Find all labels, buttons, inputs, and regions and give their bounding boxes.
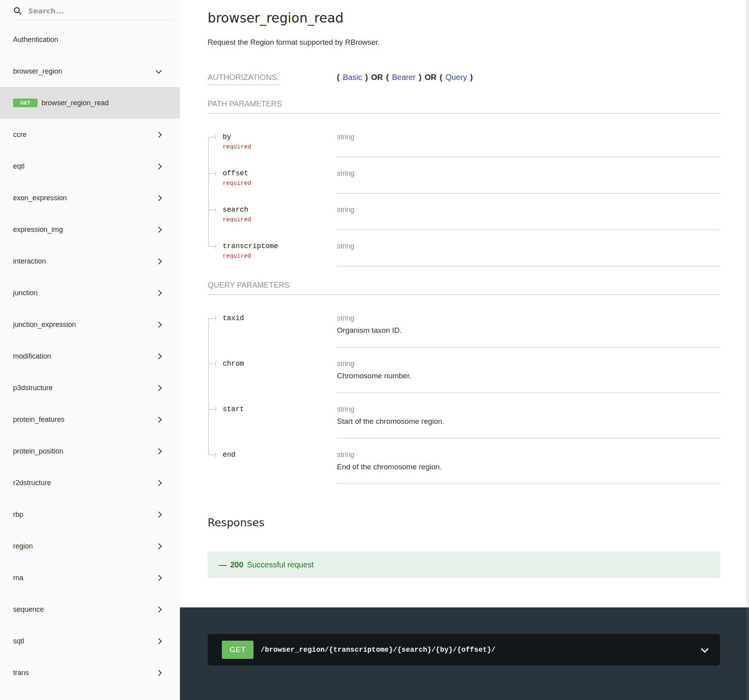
sidebar-item-protein-position[interactable]: protein_position — [0, 435, 180, 467]
sidebar-item-eqtl[interactable]: eqtl — [0, 150, 180, 182]
sidebar-item-sqtl[interactable]: sqtl — [0, 625, 180, 657]
sidebar-item-p3dstructure[interactable]: p3dstructure — [0, 372, 180, 404]
param-row-transcriptome: transcriptome required string — [208, 230, 720, 266]
chevron-right-icon — [156, 416, 162, 423]
operation-description: Request the Region format supported by R… — [208, 37, 720, 47]
search-input[interactable] — [28, 7, 159, 15]
sidebar-item-junction[interactable]: junction — [0, 277, 180, 309]
sidebar-item-modification[interactable]: modification — [0, 340, 180, 372]
sidebar-item-label: rna — [13, 574, 23, 582]
param-name: search — [223, 204, 337, 215]
response-dash: — — [219, 560, 227, 569]
get-method-badge: GET — [222, 641, 253, 659]
param-required-label: required — [223, 142, 337, 152]
sidebar-item-label: sequence — [13, 605, 44, 614]
responses-heading: Responses — [208, 516, 720, 529]
sidebar-item-label: region — [13, 542, 33, 550]
chevron-down-icon — [701, 645, 709, 653]
sidebar-item-browser-region-read[interactable]: GET browser_region_read — [0, 87, 180, 119]
param-type: string — [337, 168, 720, 179]
sidebar-item-r2dstructure[interactable]: r2dstructure — [0, 467, 180, 499]
param-type: string — [337, 404, 720, 415]
sidebar-item-label: sqtl — [13, 637, 24, 645]
param-type: string — [337, 241, 720, 252]
sidebar-item-label: protein_features — [13, 415, 64, 424]
tree-connector — [208, 347, 223, 393]
param-type: string — [337, 204, 720, 215]
sidebar-item-label: r2dstructure — [13, 479, 51, 487]
chevron-right-icon — [156, 543, 162, 549]
param-type: string — [337, 131, 720, 142]
param-name: taxid — [223, 313, 337, 324]
tree-connector — [208, 121, 223, 157]
param-row-by: by required string — [208, 121, 720, 157]
sidebar-item-region[interactable]: region — [0, 530, 180, 562]
param-description: Start of the chromosome region. — [337, 415, 720, 427]
sidebar-item-label: interaction — [13, 257, 46, 266]
chevron-right-icon — [156, 670, 162, 676]
sidebar-item-rbp[interactable]: rbp — [0, 499, 180, 530]
param-description: Chromosome number. — [337, 370, 720, 382]
response-200-row[interactable]: — 200 Successful request — [208, 552, 720, 578]
param-row-offset: offset required string — [208, 157, 720, 193]
tree-connector — [208, 393, 223, 438]
path-parameters-table: by required string offset required strin… — [208, 114, 720, 266]
search-box[interactable] — [13, 6, 174, 20]
main-panel: browser_region_read Request the Region f… — [180, 0, 749, 700]
chevron-right-icon — [156, 606, 162, 613]
param-name: chrom — [223, 358, 337, 369]
search-icon — [13, 6, 22, 15]
chevron-right-icon — [156, 353, 162, 359]
param-required-label: required — [223, 179, 337, 188]
chevron-right-icon — [156, 321, 162, 328]
sidebar-item-protein-features[interactable]: protein_features — [0, 404, 180, 435]
chevron-right-icon — [156, 638, 162, 644]
sidebar-item-rna[interactable]: rna — [0, 562, 180, 594]
authorizations-label: AUTHORIZATIONS: — [208, 73, 337, 85]
get-method-badge: GET — [13, 99, 38, 107]
page: Authentication browser_region GET browse… — [0, 0, 749, 700]
sidebar-item-label: junction — [13, 289, 38, 297]
sidebar-item-sequence[interactable]: sequence — [0, 594, 180, 625]
scrollbar[interactable] — [746, 0, 749, 607]
tree-connector — [208, 157, 223, 193]
chevron-right-icon — [156, 163, 162, 169]
sidebar-item-trans[interactable]: trans — [0, 657, 180, 689]
sidebar-item-browser-region[interactable]: browser_region — [0, 55, 180, 87]
chevron-right-icon — [156, 258, 162, 264]
param-description: End of the chromosome region. — [337, 461, 720, 473]
sidebar-item-junction-expression[interactable]: junction_expression — [0, 309, 180, 340]
sidebar-item-authentication[interactable]: Authentication — [0, 24, 180, 55]
scrollbar[interactable] — [746, 607, 749, 700]
sidebar-item-expression-img[interactable]: expression_img — [0, 214, 180, 245]
param-row-search: search required string — [208, 193, 720, 230]
chevron-right-icon — [156, 511, 162, 518]
sidebar-item-interaction[interactable]: interaction — [0, 245, 180, 277]
chevron-right-icon — [156, 480, 162, 486]
sidebar-item-label: browser_region_read — [42, 99, 109, 107]
chevron-right-icon — [156, 195, 162, 201]
param-type: string — [337, 449, 720, 460]
param-row-chrom: chrom string Chromosome number. — [208, 347, 720, 393]
sidebar-item-ccre[interactable]: ccre — [0, 119, 180, 150]
sidebar-item-exon-expression[interactable]: exon_expression — [0, 182, 180, 214]
chevron-right-icon — [156, 385, 162, 391]
param-required-label: required — [223, 252, 337, 261]
param-type: string — [337, 358, 720, 369]
param-name: start — [223, 404, 337, 415]
query-parameters-header: QUERY PARAMETERS — [208, 281, 720, 295]
chevron-right-icon — [156, 290, 162, 296]
param-name: offset — [223, 168, 337, 179]
sidebar-item-label: junction_expression — [13, 321, 76, 329]
tree-connector — [208, 193, 223, 230]
chevron-right-icon — [156, 448, 162, 454]
sidebar-item-label: trans — [13, 669, 29, 677]
param-required-label: required — [223, 215, 337, 225]
param-name: by — [223, 131, 337, 142]
auth-scheme-bearer-link[interactable]: Bearer — [392, 73, 416, 82]
request-url-bar[interactable]: GET /browser_region/{transcriptome}/{sea… — [208, 634, 720, 666]
auth-scheme-query-link[interactable]: Query — [445, 73, 467, 82]
sidebar-item-label: eqtl — [13, 162, 25, 171]
chevron-right-icon — [156, 575, 162, 581]
auth-scheme-basic-link[interactable]: Basic — [343, 73, 362, 82]
